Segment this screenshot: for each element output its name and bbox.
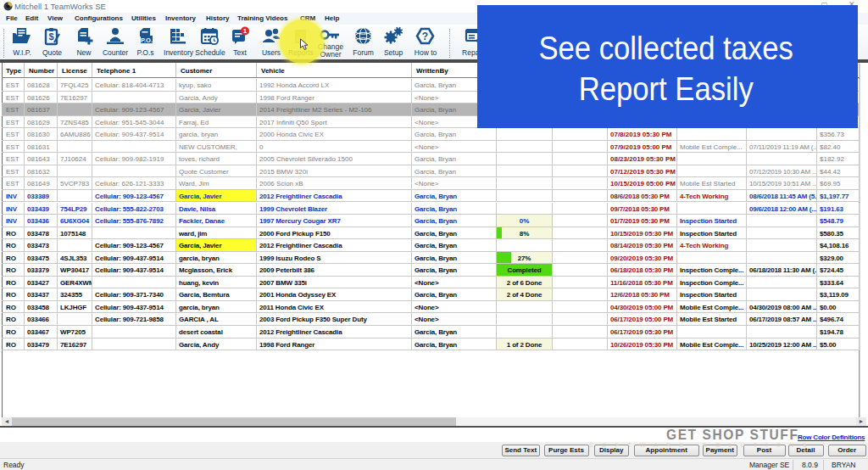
svg-text:1: 1 (243, 27, 248, 35)
svg-text:$: $ (48, 31, 53, 42)
svg-text:P.O.: P.O. (140, 36, 152, 44)
svg-text:?: ? (422, 31, 428, 42)
